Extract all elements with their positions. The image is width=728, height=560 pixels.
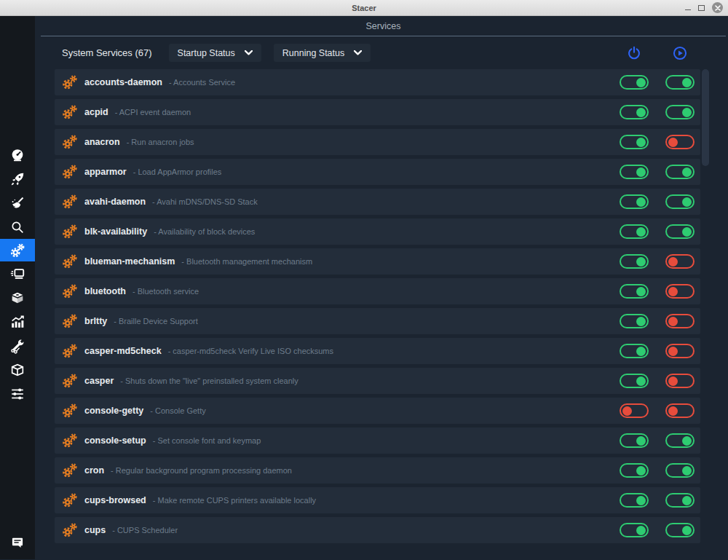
startup-toggle[interactable]: [620, 463, 649, 478]
toggle-knob: [682, 466, 692, 476]
sidebar: [0, 16, 35, 559]
gears-icon: [62, 74, 78, 90]
scrollbar-thumb[interactable]: [702, 69, 709, 166]
startup-toggle[interactable]: [620, 344, 649, 358]
service-description: - Set console font and keymap: [153, 436, 261, 445]
service-row: acpid - ACPI event daemon: [55, 99, 700, 125]
titlebar: Stacer: [0, 0, 728, 16]
toggle-knob: [636, 257, 646, 267]
service-name: brltty: [84, 316, 107, 326]
startup-toggle[interactable]: [620, 523, 649, 537]
startup-apps-icon: [9, 171, 25, 187]
service-row: cups - CUPS Scheduler: [55, 517, 700, 543]
startup-toggle[interactable]: [620, 284, 649, 299]
feedback-icon: [10, 535, 25, 550]
startup-toggle[interactable]: [620, 374, 649, 388]
toggle-knob: [636, 167, 646, 177]
sidebar-item-system-cleaner[interactable]: [0, 191, 35, 215]
gears-icon: [62, 522, 78, 538]
toggle-knob: [636, 317, 646, 326]
sidebar-item-dashboard[interactable]: [0, 143, 35, 167]
service-row: casper-md5check - casper-md5check Verify…: [55, 338, 700, 364]
gears-icon: [62, 194, 78, 210]
running-toggle[interactable]: [665, 314, 695, 328]
sidebar-item-apt-repository[interactable]: [0, 358, 35, 382]
service-name: cups-browsed: [84, 495, 146, 505]
startup-toggle[interactable]: [620, 165, 649, 179]
toggle-knob: [668, 376, 678, 386]
startup-toggle[interactable]: [620, 254, 649, 269]
service-description: - casper-md5check Verify Live ISO checks…: [168, 347, 333, 355]
running-column-button[interactable]: [672, 45, 688, 61]
service-description: - Regular background program processing …: [111, 466, 292, 475]
service-description: - Braille Device Support: [114, 317, 198, 326]
startup-toggle[interactable]: [620, 75, 649, 90]
toggle-knob: [636, 436, 646, 446]
power-icon: [626, 45, 642, 61]
sidebar-item-uninstaller[interactable]: [0, 285, 35, 309]
sidebar-item-resources[interactable]: [0, 309, 35, 334]
window-title: Stacer: [0, 4, 728, 12]
startup-toggle[interactable]: [620, 224, 649, 239]
running-toggle[interactable]: [665, 523, 695, 537]
startup-toggle[interactable]: [620, 194, 649, 209]
running-status-dropdown-label: Running Status: [282, 48, 344, 58]
sidebar-item-startup-apps[interactable]: [0, 167, 35, 191]
service-name: anacron: [84, 137, 120, 147]
maximize-button[interactable]: [698, 5, 705, 11]
service-list: accounts-daemon - Accounts Service acpid…: [55, 69, 700, 547]
running-toggle[interactable]: [665, 194, 695, 209]
service-row: brltty - Braille Device Support: [55, 308, 700, 334]
service-row: cron - Regular background program proces…: [55, 457, 700, 484]
close-button[interactable]: [712, 2, 723, 13]
running-toggle[interactable]: [665, 433, 695, 448]
toggle-knob: [668, 347, 678, 356]
running-toggle[interactable]: [665, 374, 695, 388]
sidebar-item-helpers[interactable]: [0, 334, 35, 358]
sidebar-item-feedback[interactable]: [0, 534, 35, 551]
running-toggle[interactable]: [665, 135, 695, 149]
running-toggle[interactable]: [665, 224, 695, 239]
services-icon: [9, 242, 25, 259]
gears-icon: [62, 343, 78, 359]
sidebar-item-services[interactable]: [0, 239, 35, 261]
running-toggle[interactable]: [665, 75, 695, 90]
startup-toggle[interactable]: [620, 105, 649, 119]
service-name: cron: [84, 465, 104, 476]
sidebar-item-settings[interactable]: [0, 382, 35, 406]
startup-status-dropdown[interactable]: Startup Status: [169, 44, 261, 62]
service-description: - ACPI event daemon: [115, 108, 191, 117]
running-toggle[interactable]: [665, 493, 695, 508]
gears-icon: [62, 403, 78, 419]
toggle-knob: [668, 138, 678, 147]
service-row: console-setup - Set console font and key…: [55, 427, 700, 454]
startup-column-button[interactable]: [626, 45, 642, 61]
sidebar-item-processes[interactable]: [0, 261, 35, 285]
service-description: - Availability of block devices: [154, 227, 255, 236]
services-count-label: System Services (67): [62, 47, 152, 58]
service-name: console-setup: [84, 435, 146, 446]
startup-toggle[interactable]: [620, 433, 649, 448]
running-toggle[interactable]: [665, 254, 695, 269]
gears-icon: [62, 492, 78, 508]
service-name: console-getty: [84, 406, 143, 416]
sidebar-item-search[interactable]: [0, 215, 35, 239]
minimize-button[interactable]: [685, 9, 691, 10]
service-name: blueman-mechanism: [84, 256, 175, 267]
toggle-knob: [682, 526, 692, 535]
running-toggle[interactable]: [665, 463, 695, 478]
running-status-dropdown[interactable]: Running Status: [274, 44, 371, 62]
service-description: - Accounts Service: [169, 78, 235, 87]
startup-toggle[interactable]: [620, 493, 649, 508]
running-toggle[interactable]: [665, 344, 695, 358]
running-toggle[interactable]: [665, 403, 695, 418]
service-name: apparmor: [84, 167, 127, 177]
startup-toggle[interactable]: [620, 135, 649, 149]
startup-toggle[interactable]: [620, 314, 649, 328]
toggle-knob: [682, 167, 692, 177]
running-toggle[interactable]: [665, 165, 695, 179]
service-row: cups-browsed - Make remote CUPS printers…: [55, 487, 700, 513]
startup-toggle[interactable]: [620, 403, 649, 418]
running-toggle[interactable]: [665, 284, 695, 299]
running-toggle[interactable]: [665, 105, 695, 119]
